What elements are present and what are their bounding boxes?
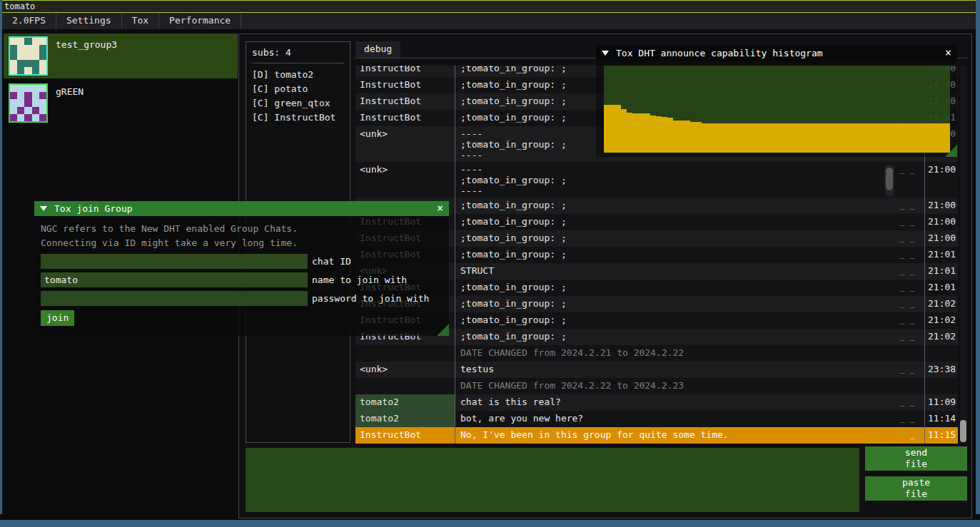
histogram-bar — [673, 121, 679, 153]
menu-item-performance[interactable]: Performance — [159, 13, 241, 29]
message-text-cell: ;tomato_in_group: ; — [455, 280, 895, 296]
sidebar-group-green[interactable]: gREEN — [4, 81, 238, 126]
histogram-bar — [857, 123, 863, 153]
menu-bar: 2.0FPSSettingsToxPerformance — [2, 13, 976, 29]
avatar-pixel — [17, 99, 24, 106]
inline-scrollbar-thumb[interactable] — [886, 168, 893, 190]
histogram-bar — [731, 123, 737, 153]
histogram-bar — [748, 123, 754, 153]
join-input-password-to-join-with[interactable] — [41, 291, 308, 306]
os-edge-bottom — [0, 520, 980, 527]
timestamp-cell — [924, 378, 958, 394]
delivery-flag: _ — [904, 249, 914, 259]
app-root: tomato 2.0FPSSettingsToxPerformance test… — [0, 0, 980, 527]
join-group-titlebar[interactable]: Tox join Group × — [34, 201, 449, 216]
message-input[interactable] — [246, 448, 859, 512]
message-text-cell: ;tomato_in_group: ; — [455, 230, 895, 247]
histogram-bar — [638, 113, 644, 153]
subs-member-item[interactable]: [C] potato — [252, 82, 344, 96]
os-edge-right — [976, 0, 980, 514]
timestamp-cell: 23:38 — [924, 362, 958, 378]
message-row[interactable]: tomato2bot, are you new here?_ _11:14 — [355, 411, 958, 427]
delivery-flags-cell: _ _ — [895, 362, 924, 378]
avatar-pixel — [32, 52, 39, 59]
system-row[interactable]: DATE CHANGED from 2024.2.22 to 2024.2.23 — [355, 378, 958, 394]
avatar-pixel — [32, 45, 39, 52]
message-row[interactable]: <unk>testus_ _23:38 — [355, 362, 958, 378]
avatar-pixel — [39, 38, 46, 45]
histogram-bar — [627, 113, 632, 153]
histogram-bar — [662, 117, 667, 153]
avatar-pixel — [24, 67, 31, 74]
histogram-bar — [777, 123, 782, 153]
avatar-pixel — [17, 92, 24, 99]
delivery-flags-cell: _ _ — [895, 214, 924, 230]
sender-name-cell: tomato2 — [355, 394, 455, 411]
message-row[interactable]: <unk>---- ;tomato_in_group: ; ----_ _21:… — [355, 162, 958, 198]
avatar-pixel — [39, 114, 46, 121]
avatar-pixel — [10, 67, 17, 74]
message-text-cell: bot, are you new here? — [455, 411, 895, 427]
join-button[interactable]: join — [41, 310, 74, 326]
collapse-triangle-icon[interactable] — [40, 206, 47, 211]
histogram-bar — [742, 123, 748, 153]
avatar-pixel — [10, 85, 17, 92]
avatar-pixel — [32, 85, 39, 92]
dht-histogram-title: Tox DHT announce capability histogram — [616, 48, 945, 58]
subs-member-item[interactable]: [C] green_qtox — [252, 96, 344, 111]
avatar-pixel — [10, 60, 17, 67]
avatar-pixel — [17, 114, 24, 121]
histogram-bar — [604, 105, 610, 153]
histogram-bar — [892, 123, 898, 153]
avatar-pixel — [32, 38, 39, 45]
avatar-pixel — [24, 60, 31, 67]
resize-grip[interactable] — [437, 324, 449, 336]
chat-scrollbar[interactable] — [960, 66, 966, 444]
dht-histogram-body — [596, 61, 957, 157]
avatar-pixel — [24, 85, 31, 92]
collapse-triangle-icon[interactable] — [602, 51, 609, 56]
close-icon[interactable]: × — [437, 203, 443, 214]
join-input-name-to-join-with[interactable]: tomato — [41, 272, 308, 287]
histogram-bar — [690, 122, 696, 153]
tab-debug[interactable]: debug — [355, 41, 400, 58]
menu-item-20fps[interactable]: 2.0FPS — [2, 13, 56, 29]
timestamp-cell: 11:09 — [924, 394, 958, 411]
histogram-bar — [765, 123, 771, 153]
message-text-cell: ;tomato_in_group: ; — [455, 247, 895, 263]
inline-scrollbar[interactable] — [884, 165, 894, 196]
subs-member-item[interactable]: [D] tomato2 — [252, 68, 344, 82]
sidebar-group-test_group3[interactable]: test_group3 — [4, 34, 238, 78]
system-row[interactable]: DATE CHANGED from 2024.2.21 to 2024.2.22 — [355, 345, 958, 362]
message-text-cell: ;tomato_in_group: ; — [455, 214, 895, 230]
avatar-pixel — [39, 92, 46, 99]
avatar-pixel — [32, 99, 39, 106]
message-row[interactable]: InstructBotNo, I've been in this group f… — [355, 427, 958, 444]
send-file-button[interactable]: send file — [865, 446, 967, 471]
histogram-bar — [707, 123, 713, 153]
delivery-flags-cell — [895, 378, 924, 394]
os-title-bar[interactable]: tomato — [0, 0, 980, 13]
chat-scrollbar-thumb[interactable] — [960, 420, 966, 442]
close-icon[interactable]: × — [945, 48, 951, 58]
join-field-row: password to join with — [41, 291, 449, 306]
subs-member-item[interactable]: [C] InstructBot — [252, 111, 344, 125]
subs-separator — [252, 63, 344, 63]
avatar-pixel — [17, 60, 24, 67]
paste-file-button[interactable]: paste file — [865, 476, 967, 501]
message-row[interactable]: tomato2chat is this real?_ _11:09 — [355, 394, 958, 411]
join-input-chat-id[interactable] — [41, 254, 308, 269]
avatar-pixel — [39, 67, 46, 74]
avatar-pixel — [17, 107, 24, 114]
histogram-bar — [834, 123, 840, 153]
histogram-bar — [771, 123, 777, 153]
resize-grip[interactable] — [945, 145, 957, 157]
dht-histogram-titlebar[interactable]: Tox DHT announce capability histogram × — [596, 45, 957, 61]
menu-item-settings[interactable]: Settings — [56, 13, 122, 29]
histogram-bar — [696, 122, 702, 153]
os-window-title: tomato — [4, 1, 35, 11]
avatar-pixel — [17, 85, 24, 92]
menu-item-tox[interactable]: Tox — [122, 13, 159, 29]
timestamp-cell: 21:00 — [924, 198, 958, 214]
avatar-pixel — [24, 99, 31, 106]
